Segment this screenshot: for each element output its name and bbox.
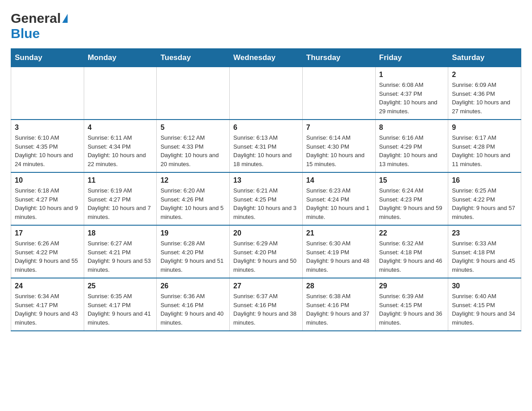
weekday-header-sunday: Sunday (11, 49, 84, 67)
day-info: Sunrise: 6:08 AMSunset: 4:37 PMDaylight:… (379, 81, 445, 116)
day-number: 4 (88, 124, 153, 132)
weekday-header-thursday: Thursday (302, 49, 375, 67)
calendar-day: 27Sunrise: 6:37 AMSunset: 4:16 PMDayligh… (230, 278, 303, 331)
calendar-week-5: 24Sunrise: 6:34 AMSunset: 4:17 PMDayligh… (11, 278, 521, 331)
weekday-header-wednesday: Wednesday (230, 49, 303, 67)
day-info: Sunrise: 6:16 AMSunset: 4:29 PMDaylight:… (379, 133, 445, 168)
day-number: 1 (379, 71, 445, 79)
day-number: 5 (160, 124, 226, 132)
day-number: 21 (306, 229, 372, 237)
calendar-day: 11Sunrise: 6:19 AMSunset: 4:27 PMDayligh… (84, 172, 157, 225)
day-number: 23 (452, 229, 517, 237)
calendar-day: 24Sunrise: 6:34 AMSunset: 4:17 PMDayligh… (11, 278, 84, 331)
day-number: 11 (88, 176, 153, 184)
calendar-day: 25Sunrise: 6:35 AMSunset: 4:17 PMDayligh… (84, 278, 157, 331)
calendar-day: 10Sunrise: 6:18 AMSunset: 4:27 PMDayligh… (11, 172, 84, 225)
day-info: Sunrise: 6:40 AMSunset: 4:15 PMDaylight:… (452, 292, 517, 327)
day-info: Sunrise: 6:25 AMSunset: 4:22 PMDaylight:… (452, 186, 517, 221)
calendar-day (302, 67, 375, 120)
calendar-week-2: 3Sunrise: 6:10 AMSunset: 4:35 PMDaylight… (11, 120, 521, 172)
day-number: 24 (15, 282, 80, 290)
calendar-day: 19Sunrise: 6:28 AMSunset: 4:20 PMDayligh… (157, 225, 230, 278)
day-number: 28 (306, 282, 372, 290)
day-info: Sunrise: 6:21 AMSunset: 4:25 PMDaylight:… (233, 186, 299, 221)
day-info: Sunrise: 6:37 AMSunset: 4:16 PMDaylight:… (233, 292, 299, 327)
day-info: Sunrise: 6:38 AMSunset: 4:16 PMDaylight:… (306, 292, 372, 327)
calendar-day: 21Sunrise: 6:30 AMSunset: 4:19 PMDayligh… (302, 225, 375, 278)
calendar-day: 2Sunrise: 6:09 AMSunset: 4:36 PMDaylight… (448, 67, 521, 120)
calendar-day: 20Sunrise: 6:29 AMSunset: 4:20 PMDayligh… (230, 225, 303, 278)
day-number: 20 (233, 229, 299, 237)
calendar-day: 3Sunrise: 6:10 AMSunset: 4:35 PMDaylight… (11, 120, 84, 172)
calendar-day: 7Sunrise: 6:14 AMSunset: 4:30 PMDaylight… (302, 120, 375, 172)
calendar-day: 22Sunrise: 6:32 AMSunset: 4:18 PMDayligh… (375, 225, 448, 278)
calendar-day (84, 67, 157, 120)
day-info: Sunrise: 6:36 AMSunset: 4:16 PMDaylight:… (160, 292, 226, 327)
weekday-header-saturday: Saturday (448, 49, 521, 67)
day-info: Sunrise: 6:20 AMSunset: 4:26 PMDaylight:… (160, 186, 226, 221)
calendar-day: 15Sunrise: 6:24 AMSunset: 4:23 PMDayligh… (375, 172, 448, 225)
day-info: Sunrise: 6:09 AMSunset: 4:36 PMDaylight:… (452, 81, 517, 116)
logo: General Blue (11, 11, 67, 41)
day-info: Sunrise: 6:18 AMSunset: 4:27 PMDaylight:… (15, 186, 80, 221)
weekday-header-row: SundayMondayTuesdayWednesdayThursdayFrid… (11, 49, 521, 67)
calendar-day: 4Sunrise: 6:11 AMSunset: 4:34 PMDaylight… (84, 120, 157, 172)
day-info: Sunrise: 6:29 AMSunset: 4:20 PMDaylight:… (233, 239, 299, 274)
calendar-table: SundayMondayTuesdayWednesdayThursdayFrid… (11, 48, 521, 331)
day-info: Sunrise: 6:23 AMSunset: 4:24 PMDaylight:… (306, 186, 372, 221)
day-info: Sunrise: 6:13 AMSunset: 4:31 PMDaylight:… (233, 133, 299, 168)
calendar-week-1: 1Sunrise: 6:08 AMSunset: 4:37 PMDaylight… (11, 67, 521, 120)
calendar-day: 30Sunrise: 6:40 AMSunset: 4:15 PMDayligh… (448, 278, 521, 331)
day-info: Sunrise: 6:28 AMSunset: 4:20 PMDaylight:… (160, 239, 226, 274)
day-number: 9 (452, 124, 517, 132)
day-number: 29 (379, 282, 445, 290)
day-number: 27 (233, 282, 299, 290)
calendar-body: 1Sunrise: 6:08 AMSunset: 4:37 PMDaylight… (11, 67, 521, 331)
day-info: Sunrise: 6:10 AMSunset: 4:35 PMDaylight:… (15, 133, 80, 168)
calendar-week-4: 17Sunrise: 6:26 AMSunset: 4:22 PMDayligh… (11, 225, 521, 278)
logo-general-text: General (11, 11, 61, 26)
calendar-day (230, 67, 303, 120)
day-info: Sunrise: 6:19 AMSunset: 4:27 PMDaylight:… (88, 186, 153, 221)
day-number: 7 (306, 124, 372, 132)
weekday-header-monday: Monday (84, 49, 157, 67)
logo-arrow-icon (62, 14, 68, 23)
calendar-day: 8Sunrise: 6:16 AMSunset: 4:29 PMDaylight… (375, 120, 448, 172)
calendar-day (157, 67, 230, 120)
day-number: 22 (379, 229, 445, 237)
day-info: Sunrise: 6:24 AMSunset: 4:23 PMDaylight:… (379, 186, 445, 221)
day-number: 18 (88, 229, 153, 237)
day-info: Sunrise: 6:30 AMSunset: 4:19 PMDaylight:… (306, 239, 372, 274)
day-info: Sunrise: 6:32 AMSunset: 4:18 PMDaylight:… (379, 239, 445, 274)
day-info: Sunrise: 6:11 AMSunset: 4:34 PMDaylight:… (88, 133, 153, 168)
day-info: Sunrise: 6:17 AMSunset: 4:28 PMDaylight:… (452, 133, 517, 168)
day-number: 6 (233, 124, 299, 132)
calendar-day: 9Sunrise: 6:17 AMSunset: 4:28 PMDaylight… (448, 120, 521, 172)
calendar-day: 13Sunrise: 6:21 AMSunset: 4:25 PMDayligh… (230, 172, 303, 225)
calendar-day: 28Sunrise: 6:38 AMSunset: 4:16 PMDayligh… (302, 278, 375, 331)
day-info: Sunrise: 6:33 AMSunset: 4:18 PMDaylight:… (452, 239, 517, 274)
calendar-day: 6Sunrise: 6:13 AMSunset: 4:31 PMDaylight… (230, 120, 303, 172)
day-number: 15 (379, 176, 445, 184)
calendar-day: 18Sunrise: 6:27 AMSunset: 4:21 PMDayligh… (84, 225, 157, 278)
day-number: 17 (15, 229, 80, 237)
day-info: Sunrise: 6:12 AMSunset: 4:33 PMDaylight:… (160, 133, 226, 168)
day-number: 16 (452, 176, 517, 184)
day-number: 26 (160, 282, 226, 290)
day-number: 8 (379, 124, 445, 132)
day-info: Sunrise: 6:34 AMSunset: 4:17 PMDaylight:… (15, 292, 80, 327)
weekday-header-friday: Friday (375, 49, 448, 67)
day-info: Sunrise: 6:39 AMSunset: 4:15 PMDaylight:… (379, 292, 445, 327)
day-info: Sunrise: 6:35 AMSunset: 4:17 PMDaylight:… (88, 292, 153, 327)
weekday-header-tuesday: Tuesday (157, 49, 230, 67)
day-number: 3 (15, 124, 80, 132)
calendar-day: 12Sunrise: 6:20 AMSunset: 4:26 PMDayligh… (157, 172, 230, 225)
day-info: Sunrise: 6:14 AMSunset: 4:30 PMDaylight:… (306, 133, 372, 168)
day-number: 10 (15, 176, 80, 184)
day-number: 12 (160, 176, 226, 184)
day-number: 19 (160, 229, 226, 237)
day-number: 25 (88, 282, 153, 290)
page-header: General Blue (11, 11, 521, 41)
calendar-day (11, 67, 84, 120)
calendar-day: 23Sunrise: 6:33 AMSunset: 4:18 PMDayligh… (448, 225, 521, 278)
